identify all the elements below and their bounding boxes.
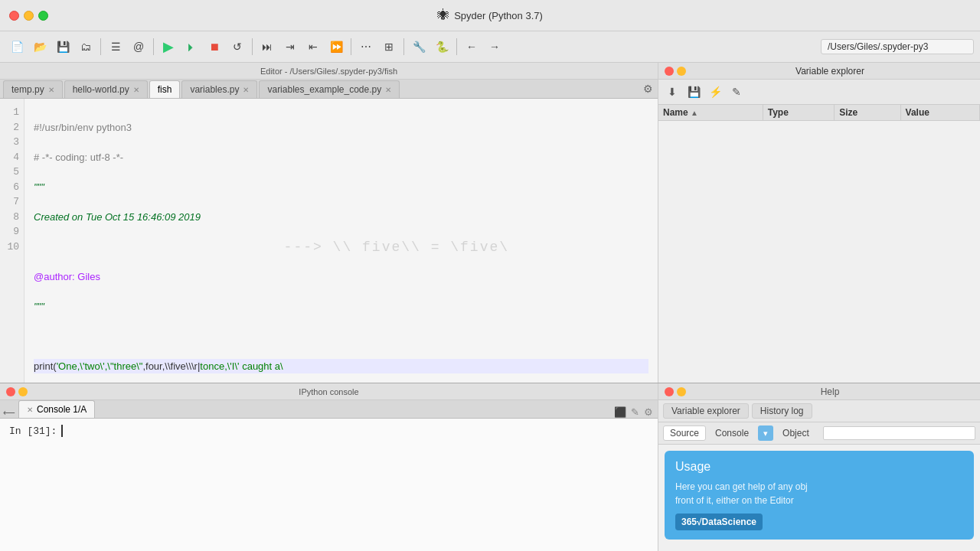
grid-button[interactable]: ⊞ bbox=[378, 36, 400, 57]
help-close-button[interactable] bbox=[665, 387, 674, 396]
console-toolbar: ⬛ ✎ ⚙ bbox=[609, 406, 658, 418]
help-top-tabs: Variable explorer History log bbox=[658, 400, 980, 422]
console-tab-1[interactable]: ✕ Console 1/A bbox=[18, 400, 95, 418]
help-title: Help bbox=[821, 386, 840, 397]
editor-settings-button[interactable]: ⚙ bbox=[639, 80, 658, 98]
console-nav-left[interactable]: ⟵ bbox=[3, 408, 15, 418]
title-bar: 🕷 Spyder (Python 3.7) bbox=[0, 0, 980, 31]
tab-close-variables-py[interactable]: ✕ bbox=[243, 86, 249, 94]
tab-history-log[interactable]: History log bbox=[752, 403, 812, 419]
indent-button[interactable]: ⇥ bbox=[279, 36, 301, 57]
tab-close-variables-example-code-py[interactable]: ✕ bbox=[385, 86, 391, 94]
code-editor[interactable]: 1 2 3 4 5 6 7 8 9 10 #!/usr/bin/env pyth… bbox=[0, 99, 658, 383]
console-input-line: In [31]: bbox=[9, 425, 648, 437]
main-toolbar: 📄 📂 💾 🗂 ☰ @ ▶ ⏵ ⏹ ↺ ⏭ ⇥ ⇤ ⏩ ⋯ ⊞ 🔧 🐍 ← → … bbox=[0, 31, 980, 63]
panel-controls bbox=[665, 67, 686, 76]
console-panel: IPython console ⟵ ✕ Console 1/A ⬛ ✎ ⚙ In… bbox=[0, 383, 658, 551]
filter-button[interactable]: ⚡ bbox=[706, 83, 724, 101]
editor-panel: Editor - /Users/Giles/.spyder-py3/fish t… bbox=[0, 63, 658, 383]
console-header: IPython console bbox=[0, 383, 658, 400]
console-panel-controls bbox=[6, 387, 28, 396]
console-cursor[interactable] bbox=[61, 425, 69, 437]
toolbar-separator-5 bbox=[403, 38, 404, 55]
bottom-layout: IPython console ⟵ ✕ Console 1/A ⬛ ✎ ⚙ In… bbox=[0, 383, 980, 551]
variable-explorer-header: Variable explorer bbox=[658, 63, 980, 80]
console-gear-icon[interactable]: ⚙ bbox=[644, 406, 653, 418]
outdent-button[interactable]: ⇤ bbox=[302, 36, 324, 57]
col-size[interactable]: Size bbox=[835, 105, 900, 121]
usage-text: Here you can get help of any obj front o… bbox=[675, 480, 963, 507]
col-type[interactable]: Type bbox=[763, 105, 835, 121]
source-tab-console[interactable]: Console bbox=[709, 426, 755, 440]
window-title: 🕷 Spyder (Python 3.7) bbox=[437, 8, 543, 22]
datascience-badge: 365√DataScience bbox=[675, 514, 763, 530]
path-bar[interactable]: /Users/Giles/.spyder-py3 bbox=[821, 39, 974, 54]
usage-box: Usage Here you can get help of any obj f… bbox=[665, 451, 974, 540]
save-all-button[interactable]: 🗂 bbox=[75, 36, 96, 57]
import-button[interactable]: ⬇ bbox=[663, 83, 681, 101]
tab-variables-py[interactable]: variables.py ✕ bbox=[181, 80, 257, 98]
console-edit-icon[interactable]: ✎ bbox=[631, 406, 639, 418]
help-min-button[interactable] bbox=[677, 387, 686, 396]
usage-title: Usage bbox=[675, 460, 963, 474]
back-button[interactable]: ← bbox=[461, 36, 482, 57]
window-controls bbox=[9, 11, 48, 21]
object-input[interactable] bbox=[823, 426, 975, 440]
toolbar-separator-4 bbox=[351, 38, 351, 55]
close-button[interactable] bbox=[9, 11, 19, 21]
help-header: Help bbox=[658, 383, 980, 400]
open-file-button[interactable]: 📂 bbox=[29, 36, 51, 57]
variable-explorer-panel: Variable explorer ⬇ 💾 ⚡ ✎ Name ▲ Type Si… bbox=[658, 63, 980, 383]
code-content[interactable]: #!/usr/bin/env python3 # -*- coding: utf… bbox=[24, 99, 658, 383]
console-min-button[interactable] bbox=[18, 387, 28, 396]
tab-variables-example-code-py[interactable]: variables_example_code.py ✕ bbox=[259, 80, 400, 98]
at-button[interactable]: @ bbox=[128, 36, 149, 57]
tab-close-temp-py[interactable]: ✕ bbox=[48, 86, 54, 94]
minimize-button[interactable] bbox=[24, 11, 34, 21]
step-button[interactable]: ⏭ bbox=[256, 36, 278, 57]
editor-header: Editor - /Users/Giles/.spyder-py3/fish bbox=[0, 63, 658, 80]
console-content[interactable]: In [31]: bbox=[0, 419, 658, 551]
col-name[interactable]: Name ▲ bbox=[658, 105, 763, 121]
help-panel-controls bbox=[665, 387, 686, 396]
editor-tab-bar: temp.py ✕ hello-world.py ✕ fish variable… bbox=[0, 80, 658, 99]
edit-button[interactable]: ✎ bbox=[727, 83, 746, 101]
console-tab-bar: ⟵ ✕ Console 1/A ⬛ ✎ ⚙ bbox=[0, 400, 658, 419]
toolbar-separator-1 bbox=[100, 38, 101, 55]
variable-explorer-title: Variable explorer bbox=[795, 66, 864, 77]
source-tab-source[interactable]: Source bbox=[663, 425, 706, 441]
tab-close-hello-world-py[interactable]: ✕ bbox=[133, 86, 139, 94]
preferences-button[interactable]: 🔧 bbox=[408, 36, 430, 57]
python-button[interactable]: 🐍 bbox=[431, 36, 452, 57]
toolbar-separator-2 bbox=[153, 38, 154, 55]
tab-temp-py[interactable]: temp.py ✕ bbox=[3, 80, 63, 98]
tab-fish[interactable]: fish bbox=[149, 80, 181, 98]
help-panel: Help Variable explorer History log Sourc… bbox=[658, 383, 980, 551]
line-numbers: 1 2 3 4 5 6 7 8 9 10 bbox=[0, 99, 24, 383]
stop-button[interactable]: ⏹ bbox=[204, 36, 225, 57]
variable-explorer-toolbar: ⬇ 💾 ⚡ ✎ bbox=[658, 80, 980, 105]
col-value[interactable]: Value bbox=[900, 105, 979, 121]
panel-min-button[interactable] bbox=[677, 67, 686, 76]
console-close-button[interactable] bbox=[6, 387, 15, 396]
save-button[interactable]: 💾 bbox=[52, 36, 74, 57]
toolbar-separator-3 bbox=[252, 38, 253, 55]
panel-close-button[interactable] bbox=[665, 67, 674, 76]
new-file-button[interactable]: 📄 bbox=[6, 36, 28, 57]
source-dropdown[interactable]: ▾ bbox=[758, 425, 773, 441]
next-button[interactable]: ⏩ bbox=[325, 36, 347, 57]
tab-hello-world-py[interactable]: hello-world.py ✕ bbox=[64, 80, 148, 98]
list-button[interactable]: ☰ bbox=[105, 36, 126, 57]
maximize-button[interactable] bbox=[38, 11, 48, 21]
run-debug-button[interactable]: ⏵ bbox=[181, 36, 202, 57]
console-icon-1[interactable]: ⬛ bbox=[614, 406, 626, 418]
source-tab-object[interactable]: Object bbox=[776, 426, 815, 440]
console-tab-1-close[interactable]: ✕ bbox=[27, 406, 33, 414]
restart-button[interactable]: ↺ bbox=[227, 36, 248, 57]
export-button[interactable]: 💾 bbox=[684, 83, 703, 101]
tab-variable-explorer[interactable]: Variable explorer bbox=[663, 403, 749, 419]
forward-button[interactable]: → bbox=[484, 36, 505, 57]
run-button[interactable]: ▶ bbox=[158, 36, 179, 57]
toolbar-separator-6 bbox=[456, 38, 457, 55]
more-button[interactable]: ⋯ bbox=[355, 36, 377, 57]
